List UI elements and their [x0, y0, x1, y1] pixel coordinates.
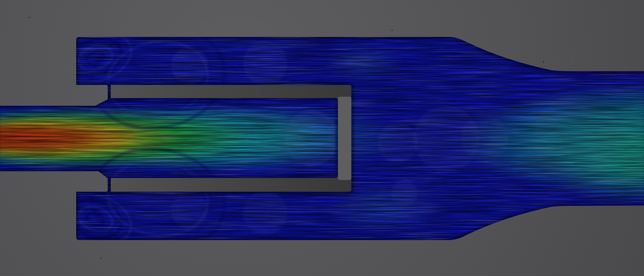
end-baffle-plate [338, 97, 351, 180]
render-viewport[interactable] [0, 0, 644, 276]
speck [101, 257, 101, 259]
speck [391, 30, 393, 31]
cfd-lic-visualization [0, 0, 644, 276]
speck [543, 61, 544, 63]
